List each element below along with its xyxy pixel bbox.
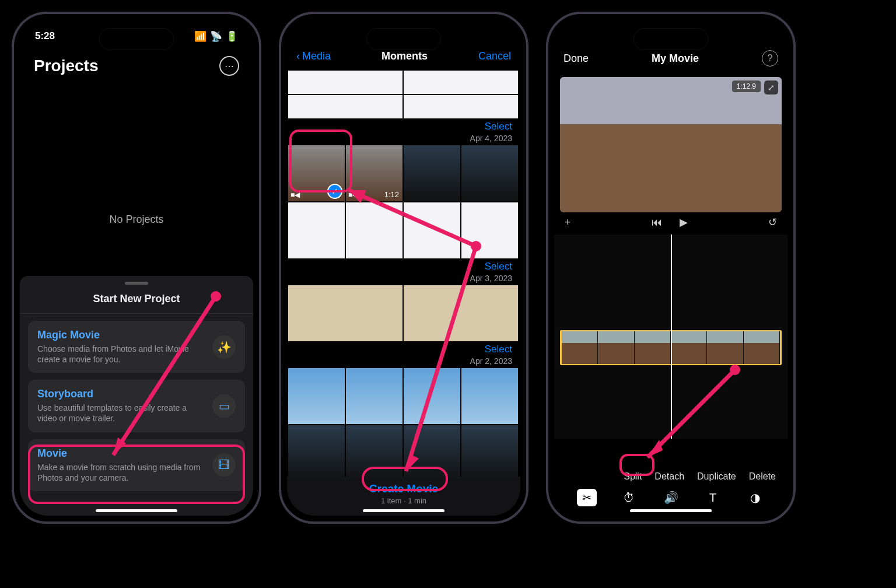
moments-title: Moments <box>382 50 428 62</box>
select-button[interactable]: Select <box>485 121 512 132</box>
clip-frame[interactable] <box>562 331 598 364</box>
speed-icon[interactable]: ⏱ <box>619 489 639 506</box>
timeline[interactable] <box>554 235 788 439</box>
thumb-banner[interactable] <box>404 95 518 118</box>
media-thumb[interactable] <box>461 145 518 201</box>
clip-frame[interactable] <box>598 331 634 364</box>
video-icon: ■◀ <box>290 191 300 199</box>
video-duration: 1:12 <box>384 190 399 199</box>
filter-icon[interactable]: ◑ <box>745 489 765 506</box>
option-title: Movie <box>37 447 204 460</box>
home-indicator[interactable] <box>96 509 177 512</box>
add-button[interactable]: + <box>565 216 571 229</box>
media-thumb[interactable]: ■◀1:12 <box>346 145 402 201</box>
home-indicator[interactable] <box>630 509 712 512</box>
play-button[interactable]: ▶ <box>680 216 688 229</box>
section-date: Apr 2, 2023 <box>470 356 512 366</box>
scissors-icon[interactable]: ✂ <box>577 489 597 506</box>
option-title: Storyboard <box>37 388 204 400</box>
empty-state-label: No Projects <box>20 214 253 226</box>
phone-moments: ‹ Media Moments Cancel SelectApr 4, 2023… <box>279 12 528 524</box>
option-storyboard[interactable]: StoryboardUse beautiful templates to eas… <box>28 380 245 432</box>
select-button[interactable]: Select <box>485 261 512 272</box>
thumb-grid: ■◀✓■◀1:12 <box>287 144 520 260</box>
text-icon[interactable]: T <box>703 489 723 506</box>
option-desc: Use beautiful templates to easily create… <box>37 402 204 424</box>
cancel-button[interactable]: Cancel <box>478 50 511 62</box>
playhead[interactable] <box>671 235 672 439</box>
clip-frame[interactable] <box>671 331 707 364</box>
create-movie-button[interactable]: Create Movie <box>287 482 520 495</box>
action-delete[interactable]: Delete <box>748 469 777 484</box>
clip-frame[interactable] <box>635 331 671 364</box>
media-thumb[interactable] <box>346 368 402 424</box>
new-project-sheet: Start New Project Magic MovieChoose medi… <box>20 276 253 516</box>
option-magic-movie[interactable]: Magic MovieChoose media from Photos and … <box>28 321 245 373</box>
media-thumb[interactable] <box>288 368 345 424</box>
phone-projects: 5:28 📶 📡 🔋 Projects ⋯ No Projects Start … <box>12 12 261 524</box>
media-thumb[interactable] <box>404 202 460 258</box>
prev-frame-button[interactable]: ⏮ <box>652 216 662 229</box>
dynamic-island <box>99 28 174 50</box>
editor-bottom-bar: ✂ ⏱ 🔊 T ◑ <box>554 485 788 510</box>
media-thumb[interactable]: ■◀✓ <box>288 145 345 201</box>
section-header: SelectApr 3, 2023 <box>287 260 520 284</box>
home-indicator[interactable] <box>363 509 444 512</box>
section-header: SelectApr 4, 2023 <box>287 120 520 144</box>
media-thumb[interactable] <box>404 368 460 424</box>
thumb-banner[interactable] <box>288 95 402 118</box>
cellular-icon: 📶 <box>194 30 206 43</box>
media-thumb[interactable] <box>461 425 518 481</box>
media-thumb[interactable] <box>288 285 402 341</box>
media-thumb[interactable] <box>404 145 460 201</box>
phone-editor: Done My Movie ? 1:12.9 ⤢ + ⏮ ▶ ↺ SplitDe… <box>546 12 796 524</box>
section-header: SelectApr 2, 2023 <box>287 342 520 367</box>
video-icon: ■◀ <box>348 191 358 199</box>
projects-title: Projects <box>34 57 99 75</box>
volume-icon[interactable]: 🔊 <box>661 489 681 506</box>
thumb-grid <box>287 284 520 342</box>
done-button[interactable]: Done <box>564 52 589 65</box>
editor-title: My Movie <box>652 52 699 65</box>
undo-button[interactable]: ↺ <box>768 216 777 229</box>
clip-frame[interactable] <box>707 331 743 364</box>
media-thumb[interactable] <box>404 285 518 341</box>
thumb-grid <box>287 367 520 482</box>
projects-header: Projects ⋯ <box>20 48 253 79</box>
dynamic-island <box>366 28 441 50</box>
preview-pane[interactable]: 1:12.9 ⤢ <box>560 77 782 212</box>
back-media-button[interactable]: ‹ Media <box>296 50 331 62</box>
option-desc: Choose media from Photos and let iMovie … <box>37 344 204 365</box>
option-title: Magic Movie <box>37 329 204 341</box>
sheet-grabber[interactable] <box>125 282 148 285</box>
option-movie[interactable]: MovieMake a movie from scratch using med… <box>28 439 245 491</box>
clip-actions-bar: SplitDetachDuplicateDelete <box>554 469 788 484</box>
media-thumb[interactable] <box>346 425 402 481</box>
help-button[interactable]: ? <box>762 50 778 66</box>
option-desc: Make a movie from scratch using media fr… <box>37 462 204 483</box>
create-movie-subtitle: 1 item · 1 min <box>287 496 520 505</box>
clip-time-badge: 1:12.9 <box>732 80 761 92</box>
thumb-banner[interactable] <box>404 71 518 94</box>
option-icon: 🎞 <box>212 453 236 477</box>
action-split[interactable]: Split <box>622 469 643 484</box>
media-thumb[interactable] <box>461 202 518 258</box>
moments-scroll[interactable]: SelectApr 4, 2023■◀✓■◀1:12SelectApr 3, 2… <box>287 69 520 501</box>
timeline-toolbar: + ⏮ ▶ ↺ <box>554 212 788 232</box>
media-thumb[interactable] <box>288 202 345 258</box>
media-thumb[interactable] <box>288 425 345 481</box>
action-detach[interactable]: Detach <box>653 469 685 484</box>
select-button[interactable]: Select <box>485 344 512 355</box>
dynamic-island <box>634 28 708 50</box>
media-thumb[interactable] <box>461 368 518 424</box>
thumb-banner[interactable] <box>288 71 402 94</box>
media-thumb[interactable] <box>346 202 402 258</box>
clip-frame[interactable] <box>744 331 780 364</box>
zoom-icon[interactable]: ⤢ <box>764 80 778 94</box>
selected-check-icon: ✓ <box>327 184 342 199</box>
status-icons: 📶 📡 🔋 <box>194 30 238 43</box>
more-button[interactable]: ⋯ <box>219 56 239 76</box>
option-icon: ✨ <box>212 335 236 359</box>
action-duplicate[interactable]: Duplicate <box>696 469 737 484</box>
media-thumb[interactable] <box>404 425 460 481</box>
